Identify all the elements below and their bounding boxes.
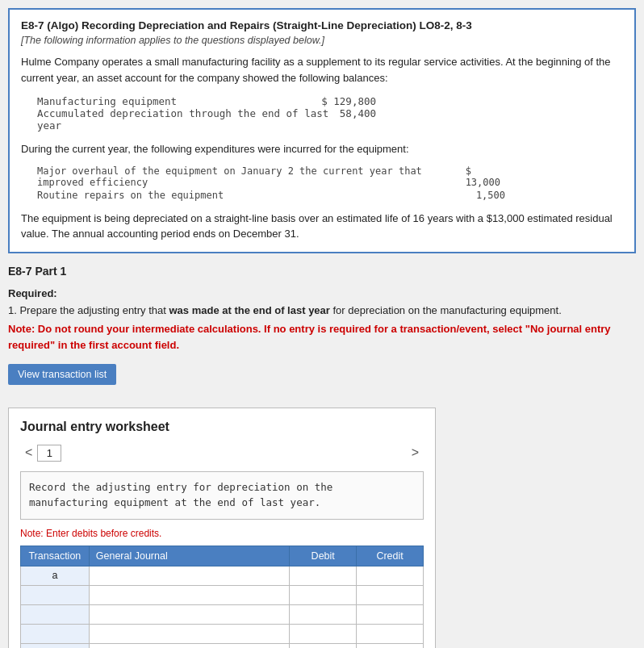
part-heading: E8-7 Part 1 bbox=[8, 265, 636, 278]
intro-text: Hulme Company operates a small manufactu… bbox=[21, 54, 623, 86]
credit-cell[interactable] bbox=[357, 604, 424, 624]
required-bold-1: was made at the end of last year bbox=[169, 304, 329, 316]
balance-label-2: Accumulated depreciation through the end… bbox=[37, 107, 340, 132]
table-header-row: Transaction General Journal Debit Credit bbox=[21, 546, 424, 566]
required-text: 1. Prepare the adjusting entry that was … bbox=[8, 303, 636, 319]
credit-input[interactable] bbox=[362, 589, 418, 600]
col-transaction: Transaction bbox=[21, 546, 90, 566]
general-journal-cell[interactable] bbox=[89, 566, 290, 585]
problem-title: E8-7 (Algo) Recording Depreciation and R… bbox=[21, 19, 623, 31]
instruction-box: Record the adjusting entry for depreciat… bbox=[20, 471, 424, 520]
transaction-cell: a bbox=[21, 566, 90, 585]
col-credit: Credit bbox=[357, 546, 424, 566]
general-journal-input[interactable] bbox=[94, 589, 285, 600]
general-journal-cell[interactable] bbox=[89, 604, 290, 624]
transaction-cell bbox=[21, 585, 90, 604]
nav-left-button[interactable]: < bbox=[20, 444, 37, 462]
col-general: General Journal bbox=[89, 546, 290, 566]
general-journal-input[interactable] bbox=[94, 570, 285, 581]
balance-row-2: Accumulated depreciation through the end… bbox=[37, 107, 376, 132]
balance-value-1: $ 129,800 bbox=[321, 95, 376, 107]
table-row bbox=[21, 643, 424, 648]
transaction-cell bbox=[21, 604, 90, 624]
credit-cell[interactable] bbox=[357, 566, 424, 585]
table-row bbox=[21, 624, 424, 643]
debit-cell[interactable] bbox=[290, 643, 357, 648]
during-text: During the current year, the following e… bbox=[21, 141, 623, 157]
expenditure-value-2: 1,500 bbox=[476, 190, 505, 201]
balance-row-1: Manufacturing equipment $ 129,800 bbox=[37, 95, 376, 107]
required-text-2: for depreciation on the manufacturing eq… bbox=[330, 304, 562, 316]
italic-note: [The following information applies to th… bbox=[21, 35, 623, 46]
balance-label-1: Manufacturing equipment bbox=[37, 95, 177, 107]
credit-input[interactable] bbox=[362, 608, 418, 620]
closing-text: The equipment is being depreciated on a … bbox=[21, 211, 623, 242]
credit-input[interactable] bbox=[362, 570, 418, 581]
col-debit: Debit bbox=[290, 546, 357, 566]
journal-title: Journal entry worksheet bbox=[20, 420, 424, 434]
table-row: a bbox=[21, 566, 424, 585]
required-label: Required: bbox=[8, 287, 636, 299]
balance-table: Manufacturing equipment $ 129,800 Accumu… bbox=[37, 95, 623, 132]
general-journal-input[interactable] bbox=[94, 608, 285, 620]
debit-input[interactable] bbox=[295, 570, 351, 581]
journal-table: Transaction General Journal Debit Credit… bbox=[20, 546, 424, 649]
debit-cell[interactable] bbox=[290, 604, 357, 624]
credit-cell[interactable] bbox=[357, 624, 424, 643]
note-red: Note: Do not round your intermediate cal… bbox=[8, 321, 636, 353]
general-journal-cell[interactable] bbox=[89, 643, 290, 648]
expenditure-label-2: Routine repairs on the equipment bbox=[37, 190, 224, 201]
instruction-text: Record the adjusting entry for depreciat… bbox=[29, 481, 332, 508]
problem-box: E8-7 (Algo) Recording Depreciation and R… bbox=[8, 8, 636, 253]
expenditure-label-1: Major overhaul of the equipment on Janua… bbox=[37, 165, 466, 188]
debit-input[interactable] bbox=[295, 628, 351, 639]
page-number: 1 bbox=[37, 445, 61, 462]
expenditure-row-1: Major overhaul of the equipment on Janua… bbox=[37, 165, 505, 188]
general-journal-input[interactable] bbox=[94, 628, 285, 639]
general-journal-cell[interactable] bbox=[89, 624, 290, 643]
expenditure-table: Major overhaul of the equipment on Janua… bbox=[37, 165, 623, 201]
credit-cell[interactable] bbox=[357, 585, 424, 604]
view-transaction-button[interactable]: View transaction list bbox=[8, 364, 116, 385]
nav-right-button[interactable]: > bbox=[407, 444, 424, 462]
table-row bbox=[21, 604, 424, 624]
expenditure-value-1: $ 13,000 bbox=[466, 165, 505, 188]
debit-input[interactable] bbox=[295, 608, 351, 620]
balance-value-2: 58,400 bbox=[340, 107, 376, 132]
required-text-1: 1. Prepare the adjusting entry that bbox=[8, 304, 169, 316]
debit-cell[interactable] bbox=[290, 566, 357, 585]
transaction-cell bbox=[21, 624, 90, 643]
credit-input[interactable] bbox=[362, 628, 418, 639]
debit-input[interactable] bbox=[295, 589, 351, 600]
debit-cell[interactable] bbox=[290, 585, 357, 604]
note-debits: Note: Enter debits before credits. bbox=[20, 528, 424, 539]
journal-box: Journal entry worksheet < 1 > Record the… bbox=[8, 408, 436, 648]
nav-row: < 1 > bbox=[20, 444, 424, 462]
general-journal-cell[interactable] bbox=[89, 585, 290, 604]
credit-cell[interactable] bbox=[357, 643, 424, 648]
table-row bbox=[21, 585, 424, 604]
expenditure-row-2: Routine repairs on the equipment 1,500 bbox=[37, 190, 505, 201]
debit-cell[interactable] bbox=[290, 624, 357, 643]
part-section: E8-7 Part 1 Required: 1. Prepare the adj… bbox=[8, 265, 636, 397]
transaction-cell bbox=[21, 643, 90, 648]
